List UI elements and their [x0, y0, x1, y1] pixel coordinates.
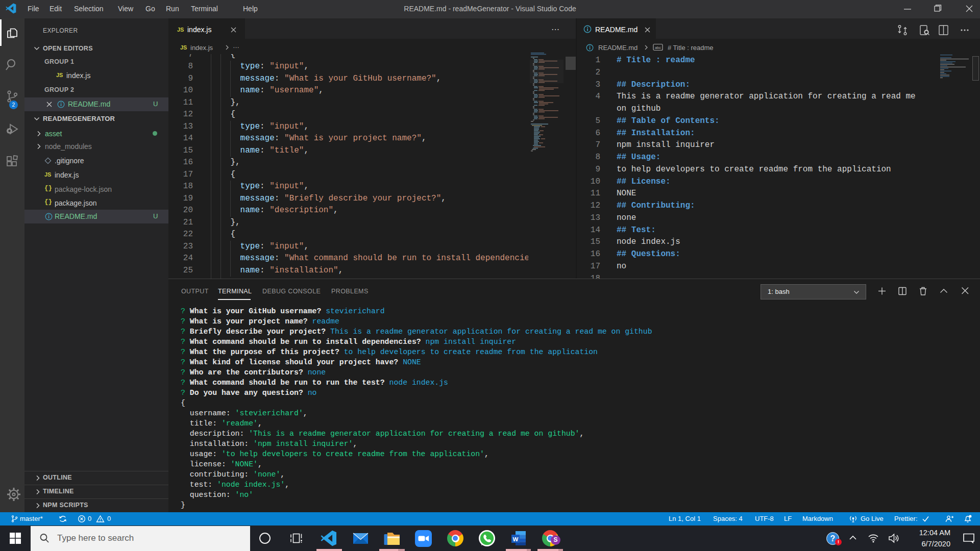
- svg-text:W: W: [513, 536, 519, 542]
- svg-text:abc: abc: [655, 45, 661, 50]
